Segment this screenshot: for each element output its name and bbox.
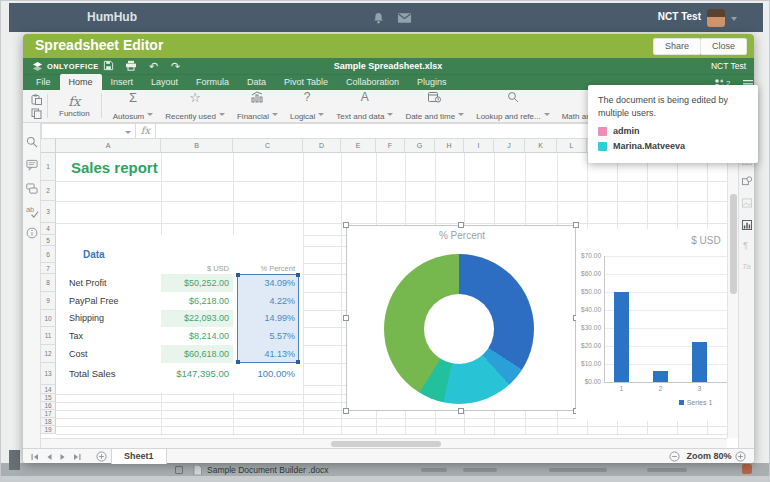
chat-icon[interactable] (26, 183, 38, 195)
grid-column-header[interactable]: L (557, 139, 587, 153)
grid-column-header[interactable]: I (464, 139, 494, 153)
selection-handle[interactable] (236, 273, 240, 277)
autosum-button[interactable]: Σ Autosum (107, 88, 160, 125)
grid-row-header[interactable]: 2 (41, 181, 56, 201)
chart-selection-handle[interactable] (343, 408, 349, 414)
grid-row-header[interactable]: 3 (41, 201, 56, 223)
text-and-data-button[interactable]: A Text and data (330, 88, 399, 125)
notifications-bell-icon[interactable] (371, 11, 386, 26)
next-sheet-button[interactable] (59, 453, 67, 461)
topbar-username[interactable]: NCT Test (641, 11, 701, 22)
grid-column-header[interactable]: E (341, 139, 376, 153)
info-about-icon[interactable] (26, 227, 38, 239)
grid-row-header[interactable]: 14 (41, 385, 56, 394)
print-button[interactable] (125, 60, 137, 71)
copy-button[interactable] (31, 108, 42, 119)
lookup-and-reference-button[interactable]: Lookup and refe... (470, 88, 556, 125)
horizontal-scrollbar[interactable] (41, 438, 727, 448)
chart-selection-handle[interactable] (573, 222, 579, 228)
grid-column-header[interactable]: H (435, 139, 464, 153)
toolbar-username[interactable]: NCT Test (643, 58, 746, 74)
account-chevron-down-icon[interactable] (731, 17, 737, 21)
table-cell-usd[interactable]: $22,093.00 (149, 310, 229, 327)
grid-column-header[interactable]: F (376, 139, 405, 153)
table-total-usd[interactable]: $147,395.00 (149, 363, 229, 385)
paste-button[interactable] (31, 94, 42, 105)
logical-button[interactable]: ? Logical (284, 88, 330, 125)
grid-row-header[interactable]: 1 (41, 153, 56, 181)
zoom-out-button[interactable] (669, 451, 680, 462)
table-cell-usd[interactable]: $6,218.00 (149, 292, 229, 310)
tab-home[interactable]: Home (60, 74, 102, 90)
name-box[interactable] (41, 123, 136, 139)
chart-selection-handle[interactable] (343, 315, 349, 321)
selection-handle[interactable] (296, 360, 300, 364)
comments-icon[interactable] (26, 159, 38, 171)
grid-row-header[interactable]: 6 (41, 246, 56, 263)
grid-row-header[interactable]: 13 (41, 363, 56, 385)
grid-row-header[interactable]: 9 (41, 292, 56, 310)
grid-row-header[interactable]: 19 (41, 426, 56, 434)
bar-chart-bar[interactable] (653, 371, 668, 382)
grid-row-header[interactable]: 7 (41, 263, 56, 274)
table-row-label[interactable]: Net Profit (69, 274, 159, 292)
chart-selection-handle[interactable] (343, 222, 349, 228)
table-row-label[interactable]: Tax (69, 327, 159, 345)
chart-settings-icon[interactable] (742, 220, 752, 230)
file-checkbox[interactable] (175, 466, 183, 474)
grid-row-header[interactable]: 12 (41, 345, 56, 363)
sheet-tab-sheet1[interactable]: Sheet1 (111, 449, 167, 464)
share-button[interactable]: Share (653, 38, 701, 55)
table-total-percent[interactable]: 100.00% (225, 363, 295, 385)
horizontal-scrollbar-thumb[interactable] (331, 441, 441, 447)
grid-row-header[interactable]: 5 (41, 235, 56, 246)
humhub-logo[interactable]: HumHub (87, 10, 137, 24)
grid-column-header[interactable]: C (233, 139, 303, 153)
user-avatar[interactable] (707, 9, 725, 27)
prev-sheet-button[interactable] (45, 453, 53, 461)
insert-function-fx-button[interactable]: fx (136, 123, 156, 139)
grid-column-header[interactable]: A (56, 139, 161, 153)
grid-column-header[interactable]: J (494, 139, 525, 153)
grid-row-header[interactable]: 16 (41, 402, 56, 410)
first-sheet-button[interactable] (31, 453, 39, 461)
textart-settings-icon[interactable]: Ta (742, 262, 751, 271)
recently-used-button[interactable]: ☆ Recently used (159, 88, 231, 125)
grid-row-header[interactable]: 18 (41, 418, 56, 426)
tab-file[interactable]: File (27, 74, 60, 90)
function-button[interactable]: fx Function (53, 92, 96, 120)
table-cell-usd[interactable]: $8,214.00 (149, 327, 229, 345)
vertical-scrollbar[interactable] (727, 139, 738, 438)
grid-row-header[interactable]: 15 (41, 394, 56, 402)
grid-column-header[interactable]: B (161, 139, 233, 153)
grid-row-header[interactable]: 10 (41, 310, 56, 327)
redo-button[interactable]: ↷ (171, 58, 180, 74)
messages-mail-icon[interactable] (397, 12, 412, 24)
save-button[interactable] (103, 60, 114, 71)
table-row-label[interactable]: Cost (69, 345, 159, 363)
table-cell-usd[interactable]: $60,618.00 (149, 345, 229, 363)
grid-column-header[interactable]: G (405, 139, 435, 153)
grid-row-header[interactable]: 8 (41, 274, 56, 292)
grid-row-header[interactable]: 11 (41, 327, 56, 345)
shape-settings-icon[interactable] (742, 176, 752, 186)
paragraph-settings-icon[interactable]: ¶ (743, 240, 748, 250)
grid-column-header[interactable]: D (303, 139, 341, 153)
table-total-label[interactable]: Total Sales (69, 363, 159, 385)
zoom-in-button[interactable] (735, 451, 746, 462)
chart-selection-handle[interactable] (458, 408, 464, 414)
spellcheck-icon[interactable]: ab (26, 205, 39, 218)
grid-row-header[interactable]: 17 (41, 410, 56, 418)
bar-chart-bar[interactable] (692, 342, 707, 382)
financial-button[interactable]: Financial (231, 88, 284, 125)
bar-chart-bar[interactable] (614, 292, 629, 382)
image-settings-icon[interactable] (742, 198, 752, 208)
chart-selection-handle[interactable] (458, 222, 464, 228)
grid-column-header[interactable]: K (525, 139, 557, 153)
table-cell-usd[interactable]: $50,252.00 (149, 274, 229, 292)
table-row-label[interactable]: Shipping (69, 310, 159, 327)
undo-button[interactable]: ↶ (149, 58, 158, 74)
sheet-grid[interactable]: ABCDEFGHIJKL1234567891011121314151617181… (41, 139, 727, 438)
selection-handle[interactable] (296, 273, 300, 277)
selection-handle[interactable] (236, 360, 240, 364)
